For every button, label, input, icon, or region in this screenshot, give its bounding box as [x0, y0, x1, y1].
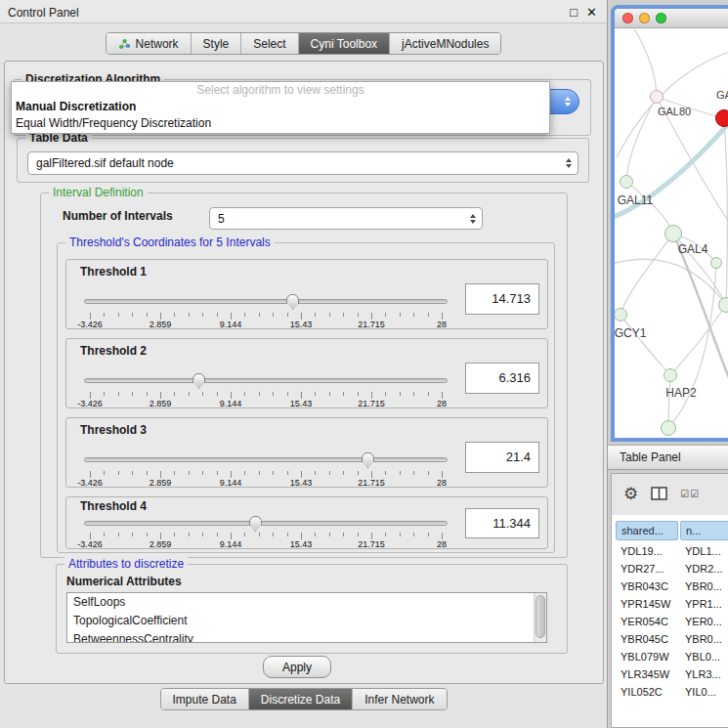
threshold-value-field[interactable]: 6.316	[465, 363, 539, 394]
table-header-row: shared...n...	[612, 521, 728, 540]
table-cell: YDR2...	[676, 560, 723, 578]
network-node[interactable]	[620, 175, 633, 189]
threshold-value-field[interactable]: 14.713	[465, 283, 539, 315]
table-row[interactable]: YER054CYER0...	[612, 613, 728, 630]
control-panel-window: Control Panel □ ✕ NetworkStyleSelectCyni…	[0, 0, 608, 728]
tab-select[interactable]: Select	[241, 33, 298, 54]
threshold-slider-1[interactable]	[84, 293, 448, 311]
table-row[interactable]: YDL19...YDL1...	[612, 542, 728, 560]
close-window-icon[interactable]: ✕	[586, 6, 597, 19]
zoom-traffic-light-icon[interactable]	[656, 13, 666, 23]
scale-label: -3.426	[77, 539, 103, 549]
network-node[interactable]	[715, 109, 728, 127]
tab-cyni-toolbox[interactable]: Cyni Toolbox	[299, 33, 390, 54]
tab-impute-data[interactable]: Impute Data	[160, 689, 248, 709]
dropdown-option-manual-discretization[interactable]: Manual Discretization	[12, 99, 549, 115]
threshold-panel-3: Threshold 3-3.4262.8599.14415.4321.71528…	[65, 417, 548, 488]
thresholds-group-title: Threshold's Coordinates for 5 Intervals	[65, 236, 275, 249]
network-node-label: GAL11	[618, 193, 653, 207]
cyni-toolbox-panel: Discretization Algorithm Select algorith…	[4, 61, 604, 684]
network-node[interactable]	[664, 368, 677, 382]
threshold-slider-2[interactable]	[84, 372, 448, 390]
float-window-icon[interactable]: □	[570, 6, 578, 19]
scale-label: 9.144	[220, 320, 242, 329]
scrollbar-thumb[interactable]	[535, 595, 545, 638]
table-columns-icon[interactable]	[651, 487, 667, 500]
network-node-label: GCY1	[615, 326, 647, 340]
slider-thumb[interactable]	[193, 373, 205, 389]
tab-style[interactable]: Style	[192, 33, 242, 54]
network-node[interactable]	[650, 90, 664, 104]
network-canvas[interactable]: GAL80GAGAL11GAL4GCY1HAP2	[615, 28, 728, 438]
table-row[interactable]: YIL052CYIL0...	[612, 683, 728, 701]
dropdown-placeholder: Select algorithm to view settings	[12, 82, 549, 99]
number-of-intervals-select[interactable]: 5	[209, 207, 483, 230]
scale-label: 2.859	[150, 539, 172, 549]
scale-label: -3.426	[77, 478, 103, 488]
attribute-item-selfloops[interactable]: SelfLoops	[67, 593, 546, 612]
network-node[interactable]	[614, 308, 627, 321]
table-row[interactable]: YBR043CYBR0...	[612, 578, 728, 595]
table-panel-titlebar[interactable]: Table Panel	[608, 445, 728, 470]
threshold-value-field[interactable]: 21.4	[465, 442, 539, 473]
scale-label: 15.43	[290, 539, 313, 549]
tab-infer-network[interactable]: Infer Network	[353, 689, 446, 709]
threshold-value-field[interactable]: 11.344	[465, 508, 539, 538]
threshold-label: Threshold 3	[80, 423, 147, 437]
slider-track	[84, 521, 448, 526]
table-cell: YBL0...	[676, 648, 720, 665]
threshold-label: Threshold 4	[80, 499, 147, 513]
table-cell: YBR0...	[676, 578, 722, 595]
table-cell: YDL19...	[612, 542, 676, 560]
tab-jactivemnodules[interactable]: jActiveMNodules	[390, 33, 500, 54]
combo-stepper-icon	[470, 214, 476, 224]
dropdown-option-equal-width-frequency-discretization[interactable]: Equal Width/Frequency Discretization	[12, 115, 549, 132]
column-header-1[interactable]: shared...	[616, 521, 678, 540]
bottom-tab-bar: Impute DataDiscretize DataInfer Network	[159, 688, 447, 710]
network-node[interactable]	[664, 225, 682, 242]
scale-label: -3.426	[77, 399, 103, 408]
table-cell: YBL079W	[612, 648, 676, 665]
control-panel-titlebar[interactable]: Control Panel □ ✕	[0, 0, 607, 23]
table-panel-window: ⚙ ☑☑ shared...n... YDL19...YDL1...YDR27.…	[611, 473, 728, 728]
table-row[interactable]: YLR345WYLR3...	[612, 665, 728, 683]
slider-thumb[interactable]	[249, 516, 262, 532]
network-node[interactable]	[718, 297, 728, 313]
settings-gear-icon[interactable]: ⚙	[623, 486, 638, 502]
table-row[interactable]: YDR27...YDR2...	[612, 560, 728, 578]
list-scrollbar[interactable]	[534, 593, 546, 642]
threshold-slider-3[interactable]	[84, 451, 448, 469]
tab-discretize-data-label: Discretize Data	[261, 693, 340, 707]
scale-label: 2.859	[150, 320, 172, 329]
threshold-slider-4[interactable]	[84, 515, 448, 533]
attribute-item-betweennesscentrality[interactable]: BetweennessCentrality	[67, 630, 546, 643]
tab-discretize-data[interactable]: Discretize Data	[249, 689, 353, 709]
threshold-label: Threshold 2	[80, 344, 147, 358]
slider-thumb[interactable]	[362, 452, 374, 468]
table-row[interactable]: YBR045CYBR0...	[612, 630, 728, 648]
window-title: Control Panel	[8, 6, 79, 20]
network-node[interactable]	[661, 420, 676, 436]
attribute-item-topologicalcoefficient[interactable]: TopologicalCoefficient	[67, 612, 546, 630]
table-cell: YER054C	[612, 613, 676, 630]
scale-label: 21.715	[358, 539, 385, 549]
network-node[interactable]	[710, 257, 722, 269]
table-row[interactable]: YPR145WYPR1...	[612, 595, 728, 613]
column-header-2[interactable]: n...	[680, 521, 728, 540]
select-columns-checkboxes-icon[interactable]: ☑☑	[680, 489, 700, 499]
tab-network[interactable]: Network	[107, 33, 192, 54]
attributes-group-title: Attributes to discretize	[64, 557, 188, 571]
slider-track	[84, 378, 448, 383]
table-row[interactable]: YBL079WYBL0...	[612, 648, 728, 665]
thresholds-group: Threshold's Coordinates for 5 Intervals …	[57, 242, 555, 553]
table-cell: YBR043C	[612, 578, 676, 595]
table-cell: YLR3...	[676, 665, 721, 683]
minimize-traffic-light-icon[interactable]	[639, 13, 650, 23]
network-window-titlebar[interactable]	[615, 9, 728, 28]
threshold-panel-4: Threshold 4-3.4262.8599.14415.4321.71528…	[65, 496, 548, 549]
table-data-select[interactable]: galFiltered.sif default node	[27, 151, 578, 175]
close-traffic-light-icon[interactable]	[622, 13, 633, 23]
apply-button[interactable]: Apply	[263, 656, 331, 678]
numerical-attributes-list[interactable]: SelfLoopsTopologicalCoefficientBetweenne…	[66, 592, 547, 643]
slider-thumb[interactable]	[286, 294, 299, 310]
